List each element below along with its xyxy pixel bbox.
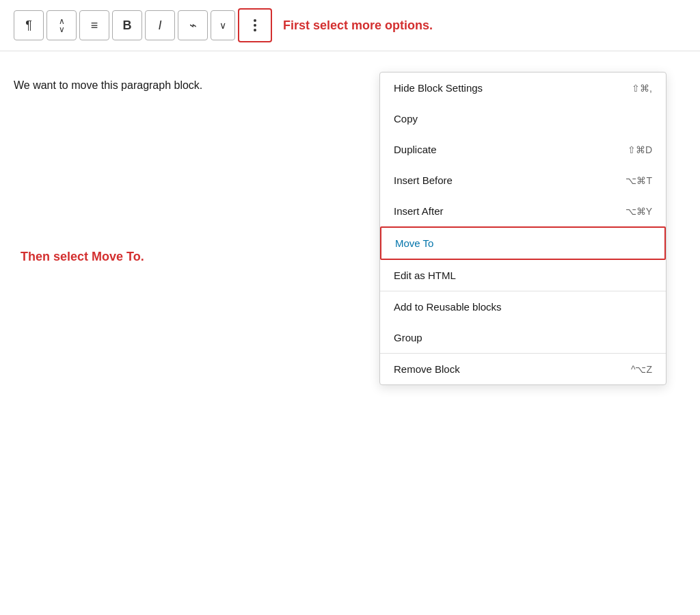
link-button[interactable]: ⌁	[178, 10, 208, 40]
paragraph-icon: ¶	[25, 18, 32, 33]
bold-icon: B	[123, 18, 132, 33]
menu-item-copy[interactable]: Copy	[380, 103, 666, 134]
hide-block-settings-label: Hide Block Settings	[394, 82, 483, 94]
menu-item-hide-block-settings[interactable]: Hide Block Settings ⇧⌘,	[380, 73, 666, 103]
toolbar: ¶ ∧∨ ≡ B I ⌁ ∨ First select more options…	[0, 0, 700, 51]
menu-group-3: Remove Block ^⌥Z	[380, 353, 666, 384]
italic-icon: I	[158, 18, 161, 33]
hide-block-settings-shortcut: ⇧⌘,	[632, 83, 652, 94]
move-to-instruction: Then select Move To.	[21, 250, 144, 264]
menu-group-1: Hide Block Settings ⇧⌘, Copy Duplicate ⇧…	[380, 73, 666, 291]
move-updown-button[interactable]: ∧∨	[46, 10, 77, 40]
group-label: Group	[394, 332, 422, 343]
insert-before-shortcut: ⌥⌘T	[625, 175, 652, 186]
align-button[interactable]: ≡	[79, 10, 109, 40]
remove-block-shortcut: ^⌥Z	[631, 364, 652, 375]
remove-block-label: Remove Block	[394, 363, 460, 375]
content-area: We want to move this paragraph block. Th…	[0, 51, 700, 94]
dropdown-menu: Hide Block Settings ⇧⌘, Copy Duplicate ⇧…	[379, 72, 667, 385]
menu-item-move-to[interactable]: Move To	[380, 226, 666, 260]
more-options-icon	[254, 19, 256, 31]
menu-item-duplicate[interactable]: Duplicate ⇧⌘D	[380, 134, 666, 165]
menu-item-group[interactable]: Group	[380, 322, 666, 353]
menu-group-2: Add to Reusable blocks Group	[380, 291, 666, 353]
menu-item-remove-block[interactable]: Remove Block ^⌥Z	[380, 354, 666, 384]
duplicate-shortcut: ⇧⌘D	[628, 144, 652, 155]
insert-after-label: Insert After	[394, 205, 444, 217]
move-updown-icon: ∧∨	[59, 17, 65, 34]
insert-after-shortcut: ⌥⌘Y	[625, 206, 652, 217]
duplicate-label: Duplicate	[394, 144, 437, 155]
chevron-down-button[interactable]: ∨	[211, 10, 235, 40]
copy-label: Copy	[394, 113, 418, 125]
edit-as-html-label: Edit as HTML	[394, 270, 456, 281]
bold-button[interactable]: B	[112, 10, 142, 40]
italic-button[interactable]: I	[145, 10, 175, 40]
chevron-down-icon: ∨	[219, 20, 226, 31]
paragraph-text: We want to move this paragraph block.	[14, 72, 202, 94]
more-options-button[interactable]	[238, 8, 272, 42]
menu-item-insert-after[interactable]: Insert After ⌥⌘Y	[380, 196, 666, 226]
menu-item-edit-as-html[interactable]: Edit as HTML	[380, 260, 666, 291]
move-to-label: Move To	[395, 237, 433, 249]
link-icon: ⌁	[189, 18, 197, 33]
align-icon: ≡	[91, 18, 98, 33]
toolbar-instruction: First select more options.	[283, 18, 433, 33]
insert-before-label: Insert Before	[394, 174, 453, 186]
add-reusable-label: Add to Reusable blocks	[394, 301, 502, 313]
menu-item-add-reusable[interactable]: Add to Reusable blocks	[380, 291, 666, 322]
menu-item-insert-before[interactable]: Insert Before ⌥⌘T	[380, 165, 666, 196]
paragraph-button[interactable]: ¶	[14, 10, 44, 40]
